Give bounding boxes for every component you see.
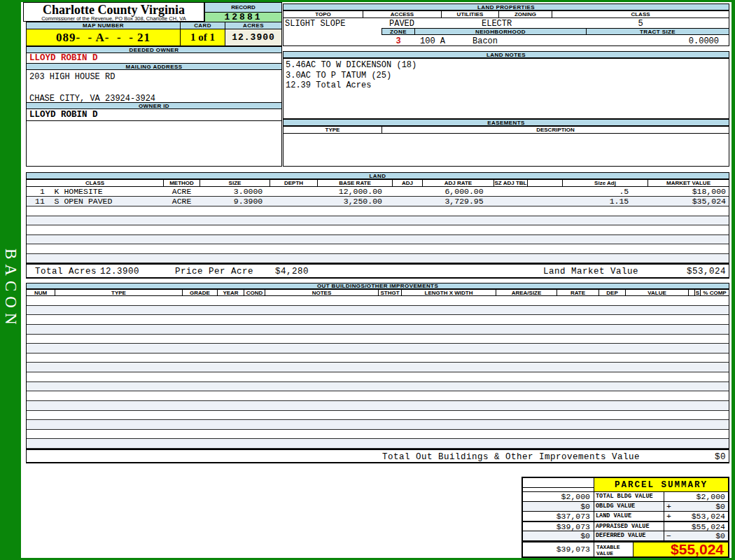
- land-cell-size-adj: 1.15: [561, 197, 647, 206]
- land-table-title: LAND: [26, 172, 729, 179]
- owner-id-label: OWNER ID: [26, 102, 282, 109]
- col-header-adj-rate: ADJ RATE: [423, 180, 494, 186]
- summary-row-total-bldg-value: $2,000TOTAL BLDG VALUE$2,000: [523, 492, 728, 502]
- land-empty-row: [27, 235, 729, 245]
- owner-id-value: LLOYD ROBIN D: [26, 109, 282, 120]
- parcel-summary-blank-cell: [523, 478, 594, 491]
- commissioner-line: Commissioner of the Revenue, PO Box 308,…: [24, 16, 204, 22]
- land-cell-adj: [392, 187, 422, 196]
- deeded-owner-label: DEEDED OWNER: [26, 46, 282, 53]
- neighborhood-label: NEIGHBORHOOD: [414, 28, 587, 35]
- land-cell-size: 9.3900: [200, 197, 270, 206]
- out-building-empty-row: [27, 391, 729, 401]
- land-row: 11 S OPEN PAVEDACRE9.39003,250.003,729.9…: [27, 197, 729, 206]
- summary-row-land-value: $37,073LAND VALUE+$53,024: [523, 512, 728, 522]
- price-per-acre-value: $4,280: [275, 267, 309, 276]
- record-value: 12881: [205, 13, 281, 22]
- land-market-value: $53,024: [687, 267, 726, 276]
- col-header-type: TYPE: [55, 290, 183, 295]
- col-header-description: DESCRIPTION: [382, 127, 729, 133]
- land-empty-row: [27, 225, 729, 235]
- col-header-base-rate: BASE RATE: [318, 180, 393, 186]
- acres-value: 12.3900: [225, 29, 282, 46]
- summary-operator: [664, 492, 676, 501]
- class-value: 5: [552, 19, 729, 29]
- land-cell-base-rate: 3,250.00: [317, 197, 392, 206]
- col-header-zoning: ZONING: [499, 11, 552, 18]
- out-buildings-total-row: Total Out Buildings & Other Improvements…: [26, 449, 729, 463]
- zone-label: ZONE: [382, 28, 415, 35]
- land-note-line: 5.46AC TO W DICKENSON (18): [286, 60, 729, 71]
- summary-row-appraised-value: $39,073APPRAISED VALUE$55,024: [523, 522, 728, 531]
- parcel-summary: PARCEL SUMMARY $2,000TOTAL BLDG VALUE$2,…: [522, 477, 729, 558]
- land-note-line: 12.39 Total Acres: [286, 80, 729, 91]
- summary-prior-value: $0: [523, 531, 594, 540]
- out-building-empty-row: [27, 372, 729, 382]
- out-buildings-total-label: Total Out Buildings & Other Improvements…: [382, 452, 640, 462]
- col-header-type: TYPE: [284, 127, 382, 133]
- col-header-class: CLASS: [552, 11, 729, 18]
- taxable-value: $55,024: [634, 542, 728, 556]
- land-cell-adj-rate: 3,729.95: [422, 197, 493, 206]
- col-header-year: YEAR: [218, 290, 244, 295]
- summary-operator: +: [664, 512, 676, 521]
- easements-empty-box: [283, 134, 729, 167]
- summary-operator: +: [664, 502, 676, 511]
- land-totals-row: Total Acres 12.3900 Price Per Acre $4,28…: [26, 263, 729, 279]
- taxable-value-label: TAXABLE VALUE: [594, 542, 634, 556]
- col-header-size: SIZE: [200, 180, 270, 186]
- col-header-blank: [689, 290, 695, 295]
- out-building-empty-row: [27, 420, 729, 430]
- land-empty-row: [27, 244, 729, 254]
- col-header-rate: RATE: [557, 290, 599, 295]
- land-empty-row: [27, 216, 729, 226]
- land-cell-adj-rate: 6,000.00: [422, 187, 493, 196]
- col-header-s: S: [695, 290, 701, 295]
- col-header--comp: % COMP: [701, 290, 729, 295]
- col-header-notes: NOTES: [265, 290, 379, 295]
- col-header-dep: DEP: [599, 290, 626, 295]
- out-building-empty-row: [27, 401, 729, 411]
- land-table-rows: 1 K HOMESITEACRE3.000012,000.006,000.00.…: [26, 187, 729, 263]
- summary-value: $0: [676, 531, 728, 540]
- land-notes-box: 5.46AC TO W DICKENSON (18) 3.0AC TO P TA…: [283, 58, 729, 119]
- land-notes-title: LAND NOTES: [283, 51, 729, 58]
- col-header-length-x-width: LENGTH X WIDTH: [402, 290, 496, 295]
- county-header-box: Charlotte County Virginia Commissioner o…: [23, 2, 204, 22]
- mailing-address-box: 203 HIGH HOUSE RD CHASE CITY, VA 23924-3…: [26, 70, 282, 102]
- easements-headers: TYPE DESCRIPTION: [283, 126, 729, 134]
- tract-size-value: 0.0000: [586, 36, 719, 46]
- col-header-utilities: UTILITIES: [442, 11, 499, 18]
- land-cell-gap: [527, 187, 562, 196]
- land-cell-method: ACRE: [164, 197, 200, 206]
- out-building-empty-row: [27, 344, 729, 354]
- col-header-adj: ADJ: [393, 180, 423, 186]
- col-header-method: METHOD: [164, 180, 200, 186]
- access-value: PAVED: [389, 19, 414, 29]
- col-header-cond: COND: [244, 290, 265, 295]
- deeded-owner-value: LLOYD ROBIN D: [26, 53, 282, 63]
- land-cell-class: 11 S OPEN PAVED: [27, 197, 164, 206]
- out-building-empty-row: [27, 325, 729, 335]
- out-building-empty-row: [27, 315, 729, 325]
- summary-row-obldg-value: $0OBLDG VALUE+$0: [523, 502, 728, 512]
- land-market-value-label: Land Market Value: [543, 267, 638, 276]
- out-buildings-total-value: $0: [715, 452, 726, 462]
- record-box: RECORD 12881: [204, 2, 282, 22]
- county-title: Charlotte County Virginia: [24, 4, 204, 16]
- land-cell-market-value: $18,000: [647, 187, 729, 196]
- summary-label: DEFERRED VALUE: [594, 531, 664, 540]
- out-building-empty-row: [27, 354, 729, 363]
- summary-value: $55,024: [676, 522, 728, 531]
- col-header-size-adj: Size Adj: [563, 180, 648, 186]
- land-cell-method: ACRE: [164, 187, 200, 196]
- land-cell-sz-adj-tbl: [493, 187, 527, 196]
- out-building-empty-row: [27, 363, 729, 372]
- col-header-blank: [528, 180, 563, 186]
- out-building-empty-row: [27, 430, 729, 440]
- land-properties-title: LAND PROPERTIES: [283, 4, 729, 10]
- card-value: 1 of 1: [180, 29, 225, 46]
- summary-label: LAND VALUE: [594, 512, 664, 521]
- total-acres-value: 12.3900: [100, 267, 139, 276]
- col-header-area-size: AREA/SIZE: [496, 290, 557, 295]
